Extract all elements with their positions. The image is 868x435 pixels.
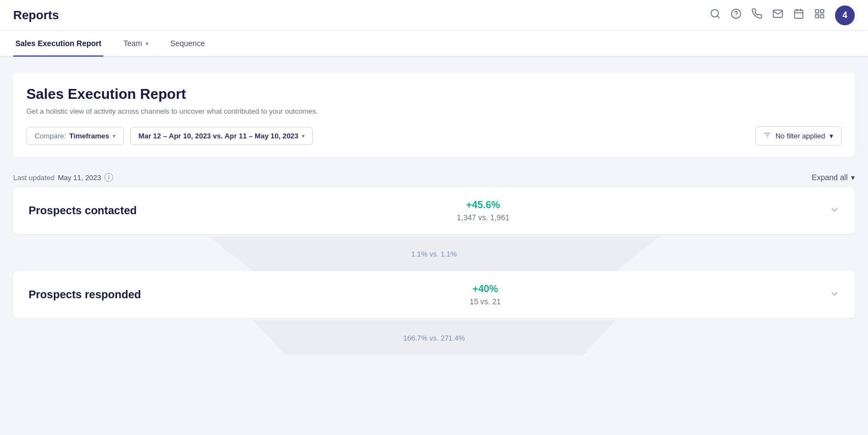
filters-left: Compare: Timeframes ▾ Mar 12 – Apr 10, 2… (26, 127, 313, 145)
filter-icon (764, 131, 771, 141)
avatar[interactable]: 4 (835, 5, 855, 25)
mail-icon[interactable] (772, 8, 783, 22)
prospects-responded-title: Prospects responded (29, 288, 141, 301)
compare-timeframes-button[interactable]: Compare: Timeframes ▾ (26, 127, 124, 145)
no-filter-chevron-icon: ▾ (830, 132, 833, 140)
prospects-contacted-card-wrapper: Prospects contacted +45.6% 1,347 vs. 1,9… (13, 187, 855, 234)
prospects-responded-card-wrapper: Prospects responded +40% 15 vs. 21 (13, 271, 855, 318)
compare-chevron-icon: ▾ (113, 133, 115, 139)
nav-tabs: Sales Execution Report Team ▾ Sequence (0, 31, 868, 57)
search-icon[interactable] (710, 8, 721, 22)
last-updated-label: Last updated (13, 174, 54, 182)
svg-rect-11 (821, 15, 824, 18)
expand-all-label: Expand all (812, 173, 848, 182)
report-header: Sales Execution Report Get a holistic vi… (13, 72, 855, 157)
prospects-contacted-values: 1,347 vs. 1,961 (457, 213, 510, 222)
help-icon[interactable] (731, 8, 742, 22)
compare-label: Compare: (35, 132, 66, 140)
date-range-value: Mar 12 – Apr 10, 2023 vs. Apr 11 – May 1… (139, 132, 298, 140)
status-bar: Last updated May 11, 2023 i Expand all ▾ (13, 165, 855, 187)
last-updated-date: May 11, 2023 (58, 174, 101, 182)
last-updated: Last updated May 11, 2023 i (13, 173, 113, 182)
no-filter-label: No filter applied (776, 132, 825, 140)
date-range-chevron-icon: ▾ (302, 133, 305, 139)
prospects-contacted-chevron-icon (830, 205, 839, 217)
tab-sales-execution[interactable]: Sales Execution Report (13, 31, 103, 57)
no-filter-button[interactable]: No filter applied ▾ (755, 126, 842, 146)
page-title: Reports (13, 8, 59, 23)
prospects-contacted-percent: +45.6% (457, 199, 510, 211)
tab-sequence[interactable]: Sequence (168, 31, 207, 57)
svg-rect-9 (821, 10, 824, 13)
phone-icon[interactable] (751, 8, 762, 22)
expand-all-button[interactable]: Expand all ▾ (812, 173, 855, 182)
report-title: Sales Execution Report (26, 86, 842, 103)
date-range-button[interactable]: Mar 12 – Apr 10, 2023 vs. Apr 11 – May 1… (130, 127, 313, 145)
info-icon[interactable]: i (104, 173, 113, 182)
prospects-contacted-title: Prospects contacted (29, 204, 137, 217)
expand-all-chevron-icon: ▾ (851, 173, 855, 182)
cards-section: Prospects contacted +45.6% 1,347 vs. 1,9… (13, 187, 855, 355)
svg-rect-8 (816, 10, 819, 13)
svg-line-1 (717, 16, 720, 18)
report-subtitle: Get a holistic view of activity across c… (26, 107, 842, 115)
prospects-responded-card[interactable]: Prospects responded +40% 15 vs. 21 (13, 271, 855, 318)
prospects-responded-percent: +40% (469, 283, 501, 295)
prospects-responded-metrics: +40% 15 vs. 21 (469, 283, 501, 306)
team-dropdown-icon: ▾ (146, 41, 148, 47)
prospects-responded-chevron-icon (830, 289, 839, 301)
svg-rect-10 (816, 15, 819, 18)
compare-value: Timeframes (69, 132, 109, 140)
funnel-1-label: 1.1% vs. 1.1% (411, 250, 457, 258)
tab-team[interactable]: Team ▾ (121, 31, 150, 57)
funnel-2-label: 166.7% vs. 271.4% (403, 334, 465, 342)
top-bar: Reports (0, 0, 868, 31)
funnel-2: 166.7% vs. 271.4% (13, 320, 855, 355)
prospects-contacted-metrics: +45.6% 1,347 vs. 1,961 (457, 199, 510, 222)
calendar-icon[interactable] (793, 8, 804, 22)
prospects-responded-values: 15 vs. 21 (469, 297, 501, 306)
prospects-contacted-card[interactable]: Prospects contacted +45.6% 1,347 vs. 1,9… (13, 187, 855, 234)
svg-rect-4 (795, 10, 803, 18)
top-bar-icons: 4 (710, 5, 855, 25)
page-content: Sales Execution Report Get a holistic vi… (0, 57, 868, 355)
funnel-1: 1.1% vs. 1.1% (13, 236, 855, 271)
filters-row: Compare: Timeframes ▾ Mar 12 – Apr 10, 2… (26, 126, 842, 146)
grid-icon[interactable] (814, 8, 825, 22)
